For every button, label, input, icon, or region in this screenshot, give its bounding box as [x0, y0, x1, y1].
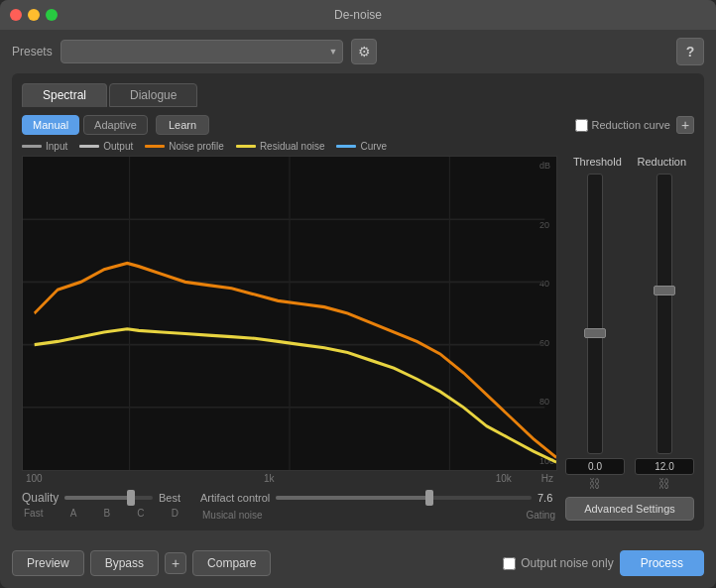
gating-label: Gating — [527, 510, 555, 521]
help-icon: ? — [686, 44, 695, 59]
legend-output-line — [79, 145, 99, 148]
legend-residual-noise-line — [236, 145, 256, 148]
legend-noise-profile: Noise profile — [145, 141, 224, 152]
artifact-value: 7.6 — [537, 492, 557, 504]
chart-svg — [23, 157, 556, 470]
bottom-plus-button[interactable]: + — [165, 552, 186, 574]
output-noise-text: Output noise only — [521, 556, 613, 570]
threshold-label: Threshold — [573, 156, 622, 168]
learn-button[interactable]: Learn — [156, 115, 209, 135]
artifact-slider-wrapper — [276, 488, 532, 508]
legend-output: Output — [79, 141, 133, 152]
bottom-bar: Preview Bypass + Compare Output noise on… — [0, 538, 716, 588]
window-title: De-noise — [334, 8, 382, 22]
reduction-fader-track[interactable] — [656, 174, 672, 454]
reduction-label: Reduction — [638, 156, 687, 168]
output-noise-label[interactable]: Output noise only — [503, 556, 613, 570]
tabs-row: Spectral Dialogue — [22, 83, 694, 107]
legend-noise-profile-label: Noise profile — [169, 141, 224, 152]
preview-button[interactable]: Preview — [12, 550, 84, 576]
tab-dialogue[interactable]: Dialogue — [109, 83, 197, 107]
legend-input-line — [22, 145, 42, 148]
maximize-button[interactable] — [46, 9, 58, 21]
reduction-curve-area: Reduction curve + — [575, 116, 695, 134]
main-window: De-noise Presets ⚙ ? Spectral Dial — [0, 0, 716, 588]
quality-labels: Fast A B C D — [22, 508, 180, 519]
reduction-curve-checkbox[interactable] — [575, 119, 588, 132]
artifact-control-row: Artifact control 7.6 — [200, 488, 557, 508]
quality-sub-b: B — [103, 508, 110, 519]
right-panel: Threshold Reduction 0.0 ⛓ — [565, 156, 694, 521]
threshold-fader-handle[interactable] — [584, 328, 606, 338]
compare-button[interactable]: Compare — [192, 550, 271, 576]
legend-row: Input Output Noise profile Residual nois… — [22, 141, 694, 152]
legend-curve: Curve — [336, 141, 387, 152]
x-label-spacer: 1k — [43, 473, 496, 484]
reduction-curve-text: Reduction curve — [592, 119, 671, 131]
legend-residual-noise: Residual noise — [236, 141, 325, 152]
reduction-value: 12.0 — [635, 458, 694, 475]
threshold-fader-col: 0.0 ⛓ — [565, 174, 625, 491]
legend-input: Input — [22, 141, 67, 152]
x-label-10k: 10k — [496, 473, 512, 484]
process-button[interactable]: Process — [620, 550, 704, 576]
manual-button[interactable]: Manual — [22, 115, 79, 135]
quality-sub-a: A — [70, 508, 77, 519]
quality-sub-c: C — [137, 508, 144, 519]
adaptive-button[interactable]: Adaptive — [83, 115, 148, 135]
close-button[interactable] — [10, 9, 22, 21]
artifact-label: Artifact control — [200, 492, 270, 504]
controls-row: Manual Adaptive Learn Reduction curve + — [22, 115, 694, 135]
gear-icon: ⚙ — [358, 44, 371, 59]
bottom-controls-row: Quality Best — [22, 488, 557, 521]
link-icon-2: ⛓ — [658, 477, 670, 491]
right-panel-labels: Threshold Reduction — [565, 156, 694, 168]
noise-profile-line — [35, 263, 556, 457]
link-icon: ⛓ — [589, 477, 601, 491]
minimize-button[interactable] — [28, 9, 40, 21]
tab-spectral[interactable]: Spectral — [22, 83, 107, 107]
presets-select[interactable] — [60, 40, 344, 63]
chart-section: dB 20 40 60 80 100 — [22, 156, 694, 521]
faders-row: 0.0 ⛓ 12.0 ⛓ — [565, 174, 694, 491]
threshold-value: 0.0 — [565, 458, 625, 475]
advanced-settings-button[interactable]: Advanced Settings — [565, 497, 694, 521]
legend-noise-profile-line — [145, 145, 165, 148]
title-bar: De-noise — [0, 0, 716, 30]
plus-icon: + — [681, 118, 689, 132]
legend-residual-noise-label: Residual noise — [260, 141, 325, 152]
reduction-fader-handle[interactable] — [654, 286, 675, 295]
x-label-100: 100 — [26, 473, 43, 484]
output-noise-checkbox[interactable] — [503, 557, 516, 570]
quality-section: Quality Best — [22, 488, 180, 519]
residual-noise-line — [35, 329, 556, 462]
chart-x-labels: 100 1k 10k Hz — [22, 471, 557, 484]
presets-select-wrapper — [60, 40, 344, 63]
quality-label: Quality — [22, 491, 59, 505]
help-button[interactable]: ? — [676, 38, 704, 65]
threshold-link[interactable]: ⛓ — [589, 477, 601, 491]
reduction-link[interactable]: ⛓ — [658, 477, 670, 491]
chart-canvas[interactable]: dB 20 40 60 80 100 — [22, 156, 557, 471]
traffic-lights — [10, 9, 58, 21]
reduction-fader-col: 12.0 ⛓ — [635, 174, 694, 491]
quality-sub-d: D — [172, 508, 179, 519]
presets-row: Presets ⚙ ? — [12, 38, 704, 65]
bottom-plus-icon: + — [172, 555, 179, 571]
gear-button[interactable]: ⚙ — [351, 39, 377, 64]
bypass-button[interactable]: Bypass — [90, 550, 159, 576]
reduction-curve-plus[interactable]: + — [676, 116, 694, 134]
quality-best-label: Best — [159, 492, 180, 504]
presets-label: Presets — [12, 45, 53, 59]
legend-curve-label: Curve — [360, 141, 387, 152]
plugin-panel: Spectral Dialogue Manual Adaptive Learn … — [12, 73, 704, 530]
artifact-section: Artifact control 7.6 — [200, 488, 557, 521]
chart-area: dB 20 40 60 80 100 — [22, 156, 557, 521]
reduction-curve-label[interactable]: Reduction curve — [575, 119, 671, 132]
legend-output-label: Output — [103, 141, 133, 152]
x-label-hz: Hz — [541, 473, 553, 484]
legend-curve-line — [336, 145, 356, 148]
threshold-fader-track[interactable] — [587, 174, 603, 454]
quality-fast-label: Fast — [24, 508, 43, 519]
quality-slider-wrapper — [64, 488, 153, 508]
